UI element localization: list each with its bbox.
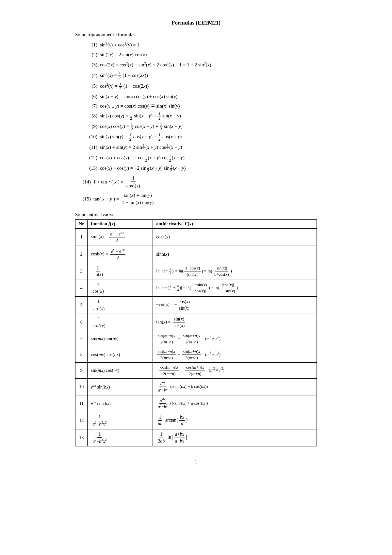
row-antideriv: sinh(x): [153, 246, 317, 263]
col-header-antideriv: antiderivative F(x): [153, 219, 317, 228]
row-antideriv: tan(x) = sin(x)cos(x): [153, 314, 317, 331]
row-func: 1cos2(x): [88, 314, 153, 331]
row-func: eax sin(bx): [88, 378, 153, 395]
table-row: 8 cos(mx) cos(nx) sin(m−n)x2(m−n) + sin(…: [75, 347, 317, 362]
row-nr: 9: [75, 363, 88, 378]
row-antideriv: 1ab arctan(bxa): [153, 412, 317, 429]
row-antideriv: 12ab ln |a+bxa−bx|: [153, 429, 317, 446]
row-nr: 12: [75, 412, 88, 429]
table-header-row: Nr function f(x) antiderivative F(x): [75, 219, 317, 228]
row-nr: 1: [75, 228, 88, 246]
table-row: 7 sin(mx) sin(nx) sin(m−n)x2(m−n) − sin(…: [75, 331, 317, 347]
formula-14: (14) 1 + tan2(x) = 1 cos2(x): [79, 175, 317, 189]
row-func: 1a2−b2x2: [88, 429, 153, 446]
row-antideriv: eaxa2+b2 (a sin(bx) − b cos(bx)): [153, 378, 317, 395]
row-antideriv: ln |tan(x2)| = ln(1−cos(x)|sin(x)|) = ln…: [153, 263, 317, 280]
table-row: 9 sin(mx) cos(nx) −cos(m−n)x2(m−n) − cos…: [75, 363, 317, 378]
formula-15: (15) tan(x + y) = tan(x) + tan(y) 1 − ta…: [79, 192, 317, 206]
antideriv-section: Some antiderivatives Nr function f(x) an…: [75, 212, 317, 447]
table-row: 11 eax cos(bx) eaxa2+b2 (b sin(bx) + a c…: [75, 395, 317, 412]
row-func: sin(mx) cos(nx): [88, 363, 153, 378]
row-antideriv: −cos(m−n)x2(m−n) − cos(m+n)x2(m+n) (m2 ≠…: [153, 363, 317, 378]
formula-2: (2) sin(2x) = 2 sin(x) cos(x): [88, 51, 317, 59]
formula-7: (7) cos(x ± y) = cos(x) cos(y) ∓ sin(x) …: [88, 102, 317, 111]
formula-6: (6) sin(x ± y) = sin(x) cos(y) ± cos(x) …: [88, 93, 317, 101]
row-func: cosh(x) = ex + e−x2: [88, 246, 153, 263]
row-func: 1sin(x): [88, 263, 153, 280]
row-antideriv: sin(m−n)x2(m−n) − sin(m+n)x2(m+n) (m2 ≠ …: [153, 331, 317, 347]
row-antideriv: −cot(x) = −cos(x)sin(x): [153, 296, 317, 314]
formula-4: (4) sin2(x) = 12 (1 − cos(2x)): [88, 71, 317, 80]
table-row: 2 cosh(x) = ex + e−x2 sinh(x): [75, 246, 317, 263]
antideriv-table: Nr function f(x) antiderivative F(x) 1 s…: [75, 219, 317, 447]
formula-12: (12) cos(x) + cos(y) = 2 cos12(x + y) co…: [88, 154, 317, 163]
formula-5: (5) cos2(x) = 12 (1 + cos(2x)): [88, 81, 317, 91]
row-nr: 13: [75, 429, 88, 446]
row-antideriv: sin(m−n)x2(m−n) + sin(m+n)x2(m+n) (m2 ≠ …: [153, 347, 317, 362]
row-nr: 7: [75, 331, 88, 347]
row-func: 1cos(x): [88, 280, 153, 296]
row-nr: 10: [75, 378, 88, 395]
row-func: 1sin2(x): [88, 296, 153, 314]
formula-10: (10) sin(x) sin(y) = 12 cos(x − y) − 12 …: [88, 133, 317, 142]
formula-1: (1) sin2(x) + cos2(y) = 1: [88, 40, 317, 49]
formula-13: (13) cos(x) − cos(y) = −2 sin12(x + y) s…: [88, 164, 317, 173]
table-row: 3 1sin(x) ln |tan(x2)| = ln(1−cos(x)|sin…: [75, 263, 317, 280]
formula-3: (3) cos(2x) = cos2(x) − sin2(x) = 2 cos2…: [88, 60, 317, 69]
row-nr: 5: [75, 296, 88, 314]
row-antideriv: ln |tan(x2 + π4)| = ln(1+sin(x)|cos(x)|)…: [153, 280, 317, 296]
row-func: 1a2+b2x2: [88, 412, 153, 429]
table-row: 1 sinh(x) = ex − e−x2 cosh(x): [75, 228, 317, 246]
row-antideriv: cosh(x): [153, 228, 317, 246]
row-func: sin(mx) sin(nx): [88, 331, 153, 347]
intro-trig: Some trigonoometric formulas.: [75, 32, 317, 38]
col-header-nr: Nr: [75, 219, 88, 228]
row-nr: 2: [75, 246, 88, 263]
table-row: 13 1a2−b2x2 12ab ln |a+bxa−bx|: [75, 429, 317, 446]
row-antideriv: eaxa2+b2 (b sin(bx) + a cos(bx)): [153, 395, 317, 412]
intro-antideriv: Some antiderivatives: [75, 212, 317, 217]
row-nr: 4: [75, 280, 88, 296]
row-func: eax cos(bx): [88, 395, 153, 412]
formula-9: (9) cos(x) cos(y) = 12 cos(x − y) + 12 s…: [88, 122, 317, 131]
row-func: cos(mx) cos(nx): [88, 347, 153, 362]
row-nr: 6: [75, 314, 88, 331]
row-nr: 11: [75, 395, 88, 412]
row-nr: 8: [75, 347, 88, 362]
trig-formulas-list: (1) sin2(x) + cos2(y) = 1 (2) sin(2x) = …: [75, 40, 317, 206]
formula-8: (8) sin(x) cos(y) = 12 sin(x + y) + 12 s…: [88, 112, 317, 121]
table-row: 6 1cos2(x) tan(x) = sin(x)cos(x): [75, 314, 317, 331]
table-row: 12 1a2+b2x2 1ab arctan(bxa): [75, 412, 317, 429]
page-number: 1: [75, 460, 317, 465]
page-title: Formulas (EE2M21): [75, 20, 317, 26]
formula-11: (11) sin(x) + sin(y) = 2 sin12(x + y) co…: [88, 143, 317, 152]
table-row: 5 1sin2(x) −cot(x) = −cos(x)sin(x): [75, 296, 317, 314]
table-row: 10 eax sin(bx) eaxa2+b2 (a sin(bx) − b c…: [75, 378, 317, 395]
table-row: 4 1cos(x) ln |tan(x2 + π4)| = ln(1+sin(x…: [75, 280, 317, 296]
row-func: sinh(x) = ex − e−x2: [88, 228, 153, 246]
row-nr: 3: [75, 263, 88, 280]
col-header-func: function f(x): [88, 219, 153, 228]
